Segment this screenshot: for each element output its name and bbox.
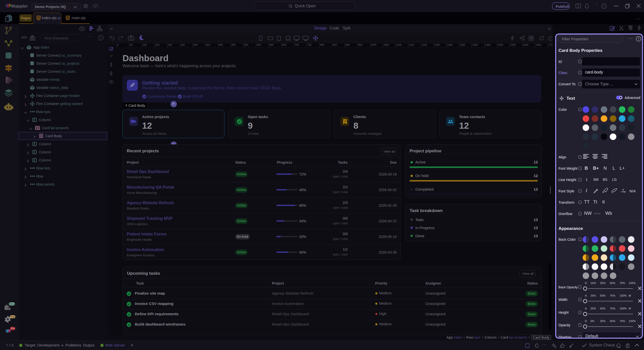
svg-text:?: ?: [100, 36, 102, 40]
svg-text:?: ?: [603, 5, 605, 8]
svg-text:T: T: [622, 188, 624, 192]
svg-text:?: ?: [638, 37, 639, 41]
svg-text:?: ?: [550, 37, 551, 40]
